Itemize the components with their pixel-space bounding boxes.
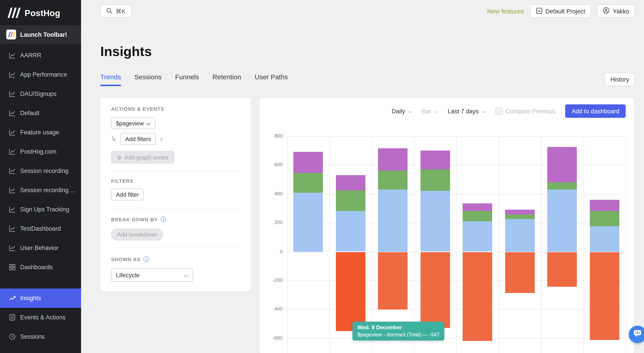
divider — [110, 208, 241, 208]
chevron-down-icon — [408, 108, 412, 114]
bar-returning-0[interactable] — [294, 173, 323, 192]
search-icon — [106, 8, 112, 15]
sidebar-item-label: DAU/Signups — [20, 90, 56, 97]
bar-returning-1[interactable] — [336, 190, 366, 211]
interval-dropdown[interactable]: Daily — [392, 108, 412, 114]
sidebar-item-feature-usage[interactable]: Feature usage — [0, 123, 81, 142]
gridline-vertical — [456, 136, 457, 353]
project-selector-label: Default Project — [546, 8, 585, 14]
compare-previous-checkbox[interactable] — [495, 108, 502, 115]
bar-new-6[interactable] — [548, 190, 577, 252]
bar-dormant-1[interactable] — [336, 252, 366, 331]
sidebar-item-sessions[interactable]: Sessions — [0, 327, 81, 346]
sidebar-item-session-recording[interactable]: Session recording — [0, 161, 81, 180]
sidebar-item-session-recording[interactable]: Session recording ... — [0, 180, 81, 200]
tab-trends[interactable]: Trends — [100, 73, 121, 86]
bar-resurrecting-1[interactable] — [336, 175, 366, 190]
chevron-down-icon — [434, 108, 438, 114]
shown-as-value: Lifecycle — [116, 272, 140, 278]
bar-resurrecting-6[interactable] — [548, 147, 577, 182]
add-to-dashboard-button[interactable]: Add to dashboard — [566, 104, 626, 118]
launch-toolbar-button[interactable]: Launch Toolbar! — [0, 26, 81, 44]
bar-new-5[interactable] — [505, 219, 535, 252]
project-selector-button[interactable]: Default Project — [530, 4, 591, 18]
bar-new-0[interactable] — [294, 192, 323, 252]
sidebar-menu: AARRRApp PerformanceDAU/SignupsDefaultFe… — [0, 46, 81, 346]
sidebar-item-label: Insights — [20, 295, 41, 302]
nest-arrow-icon: ↳ — [111, 135, 117, 143]
top-bar: ⌘K New features Default Project Yakko — [100, 4, 635, 18]
bar-dormant-4[interactable] — [463, 252, 492, 341]
sidebar-item-default[interactable]: Default — [0, 104, 81, 123]
tab-retention[interactable]: Retention — [212, 73, 241, 86]
bar-returning-7[interactable] — [590, 211, 619, 226]
tab-sessions[interactable]: Sessions — [134, 73, 162, 86]
display-type-dropdown[interactable]: Bar — [422, 108, 438, 114]
bar-resurrecting-5[interactable] — [505, 210, 535, 215]
date-range-dropdown[interactable]: Last 7 days — [448, 108, 485, 114]
bar-returning-3[interactable] — [420, 169, 450, 191]
search-button[interactable]: ⌘K — [100, 4, 132, 18]
breakdown-label-text: BREAK DOWN BY — [111, 217, 158, 222]
sidebar-item-testdashboard[interactable]: TestDashboard — [0, 219, 81, 238]
bar-resurrecting-3[interactable] — [420, 150, 450, 169]
bar-resurrecting-0[interactable] — [294, 152, 323, 173]
sidebar-item-dashboards[interactable]: Dashboards — [0, 258, 81, 277]
tooltip-title: Wed. 9 December — [358, 324, 440, 330]
bar-dormant-6[interactable] — [548, 252, 577, 287]
sidebar-item-sign-ups-tracking[interactable]: Sign Ups Tracking — [0, 200, 81, 219]
bar-resurrecting-2[interactable] — [378, 148, 408, 171]
shown-as-select[interactable]: Lifecycle — [111, 268, 193, 282]
chart-card: Daily Bar Last 7 days Compare Previous A… — [259, 98, 634, 353]
sidebar-item-app-performance[interactable]: App Performance — [0, 65, 81, 84]
gridline-vertical — [584, 136, 584, 353]
sidebar-item-label: Default — [20, 110, 40, 116]
chevron-down-icon — [481, 108, 485, 114]
new-features-link[interactable]: New features — [487, 8, 524, 15]
page-title: Insights — [100, 44, 152, 59]
bar-dormant-3[interactable] — [420, 252, 450, 328]
history-button[interactable]: History — [604, 72, 635, 86]
divider — [110, 248, 241, 248]
bar-returning-4[interactable] — [463, 211, 492, 221]
tab-funnels[interactable]: Funnels — [175, 73, 199, 86]
event-selector[interactable]: $pageview — [111, 117, 156, 129]
chat-launcher-button[interactable] — [629, 326, 644, 343]
bar-dormant-7[interactable] — [590, 252, 619, 340]
bar-returning-5[interactable] — [505, 215, 535, 219]
gridline-horizontal — [287, 136, 626, 137]
bar-new-3[interactable] — [420, 191, 450, 252]
bar-resurrecting-7[interactable] — [590, 200, 619, 211]
tab-user-paths[interactable]: User Paths — [254, 73, 288, 86]
info-icon[interactable]: ⓘ — [143, 255, 149, 264]
bar-returning-6[interactable] — [548, 182, 577, 190]
add-filters-button[interactable]: Add filters — [120, 133, 156, 145]
posthog-logo[interactable]: PostHog — [0, 0, 81, 26]
gridline-vertical — [626, 136, 626, 353]
search-shortcut: ⌘K — [116, 8, 126, 15]
bar-new-7[interactable] — [590, 226, 619, 252]
bar-dormant-2[interactable] — [378, 252, 408, 310]
sidebar-item-insights[interactable]: Insights — [0, 288, 81, 308]
remove-series-icon[interactable]: × — [160, 135, 164, 143]
bar-returning-2[interactable] — [378, 171, 408, 190]
bar-new-4[interactable] — [463, 221, 492, 252]
sidebar-item-posthog-com[interactable]: PostHog.com — [0, 142, 81, 161]
bar-dormant-5[interactable] — [505, 252, 535, 293]
y-axis-tick: -600 — [265, 335, 282, 340]
bar-new-2[interactable] — [378, 190, 408, 252]
gridline-horizontal — [287, 338, 626, 338]
user-menu-button[interactable]: Yakko — [597, 4, 635, 18]
chart-tooltip: Wed. 9 December $pageview - dormant (Tot… — [352, 322, 444, 340]
info-icon[interactable]: ⓘ — [160, 216, 166, 224]
y-axis-tick: 400 — [265, 190, 282, 196]
sidebar-item-events-actions[interactable]: Events & Actions — [0, 308, 81, 327]
sidebar-item-aarrr[interactable]: AARRR — [0, 46, 81, 65]
sidebar-item-dau-signups[interactable]: DAU/Signups — [0, 84, 81, 104]
add-filter-button[interactable]: Add filter — [111, 188, 144, 201]
bar-new-1[interactable] — [336, 211, 366, 252]
sidebar-item-user-behavior[interactable]: User Behavior — [0, 238, 81, 258]
sidebar-item-label: Session recording ... — [20, 187, 75, 194]
bar-resurrecting-4[interactable] — [463, 203, 492, 211]
divider — [110, 171, 241, 171]
